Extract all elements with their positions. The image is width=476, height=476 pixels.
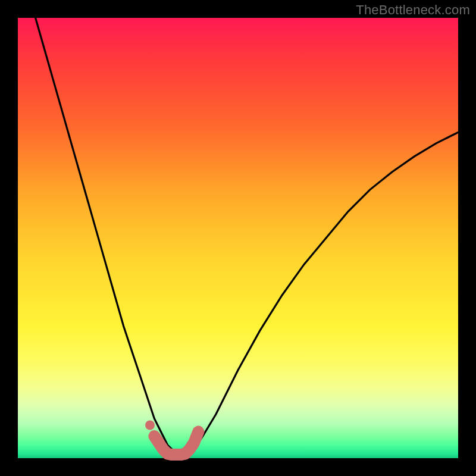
watermark-text: TheBottleneck.com [356,2,470,18]
chart-frame: TheBottleneck.com [0,0,476,476]
bottom-marker-band [154,432,198,455]
chart-svg [18,18,458,458]
bottleneck-curve [36,18,458,456]
plot-area [18,18,458,458]
bottom-marker-dot [145,421,155,430]
